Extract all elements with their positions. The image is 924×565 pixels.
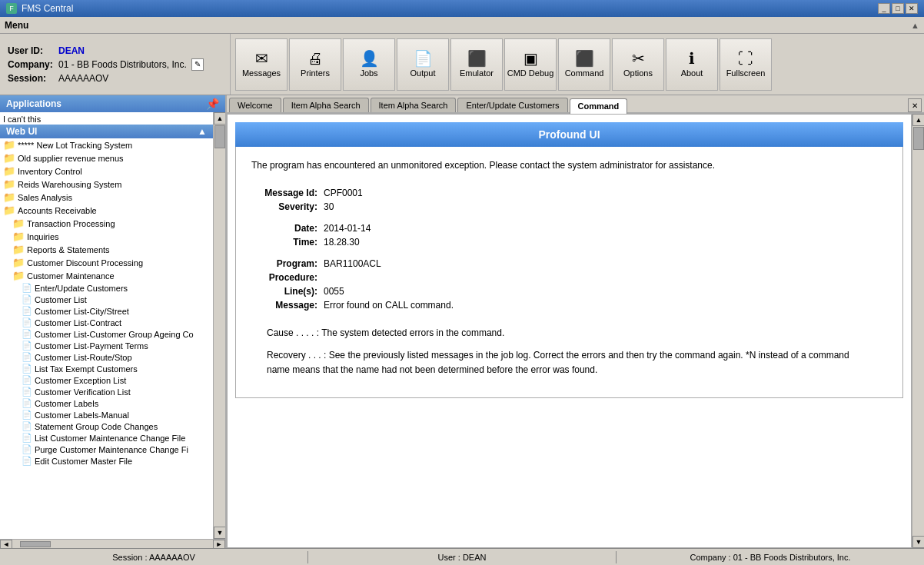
content-area: WelcomeItem Alpha SearchItem Alpha Searc… bbox=[227, 95, 924, 548]
title-bar-text: FMS Central bbox=[22, 3, 73, 14]
sidebar-item-purge-customer-maintenance[interactable]: 📄Purge Customer Maintenance Change Fi bbox=[0, 444, 213, 455]
status-session: Session : AAAAAAOV bbox=[0, 551, 308, 563]
sidebar-hscroll-left[interactable]: ◄ bbox=[0, 540, 12, 549]
options-toolbar-button[interactable]: ✂Options bbox=[612, 38, 664, 91]
sidebar-scroll-down[interactable]: ▼ bbox=[214, 527, 225, 539]
sidebar-item-new-lot[interactable]: 📁***** New Lot Tracking System bbox=[0, 138, 213, 151]
sidebar-item-customer-discount[interactable]: 📁Customer Discount Processing bbox=[0, 256, 213, 269]
sidebar-item-list-customer-maintenance[interactable]: 📄List Customer Maintenance Change File bbox=[0, 432, 213, 444]
about-icon: ℹ bbox=[689, 51, 695, 66]
menu-label[interactable]: Menu bbox=[5, 20, 28, 31]
sidebar-item-webui: Web UI▲ bbox=[0, 125, 213, 138]
sidebar-hscroll-right[interactable]: ► bbox=[213, 540, 225, 549]
output-toolbar-button[interactable]: 📄Output bbox=[397, 38, 449, 91]
sidebar-item-customer-maintenance[interactable]: 📁Customer Maintenance bbox=[0, 269, 213, 282]
command-toolbar-button[interactable]: ⬛Command bbox=[558, 38, 610, 91]
error-field-value: Error found on CALL command. bbox=[321, 298, 887, 312]
cmd-debug-toolbar-button[interactable]: ▣CMD Debug bbox=[504, 38, 557, 91]
sidebar-item-customer-list-group[interactable]: 📄Customer List-Customer Group Ageing Co bbox=[0, 328, 213, 340]
folder-icon: 📁 bbox=[3, 152, 15, 164]
sidebar-pin-button[interactable]: 📌 bbox=[206, 98, 219, 110]
sidebar-item-accounts-receivable[interactable]: 📁Accounts Receivable bbox=[0, 204, 213, 217]
error-field-row: Severity:30 bbox=[251, 200, 887, 214]
messages-icon: ✉ bbox=[255, 51, 268, 66]
sidebar-item-label: Inventory Control bbox=[18, 167, 82, 176]
sidebar-item-label: Purge Customer Maintenance Change Fi bbox=[35, 445, 188, 454]
title-bar: F FMS Central _ □ ✕ bbox=[0, 0, 924, 17]
sidebar-item-label: Customer List-Route/Stop bbox=[35, 353, 132, 362]
sidebar-item-statement-group-code[interactable]: 📄Statement Group Code Changes bbox=[0, 420, 213, 432]
folder-icon: 📁 bbox=[3, 139, 15, 151]
sidebar-item-enter-update-customers[interactable]: 📄Enter/Update Customers bbox=[0, 282, 213, 294]
emulator-toolbar-button[interactable]: ⬛Emulator bbox=[450, 38, 503, 91]
error-field-row: Date:2014-01-14 bbox=[251, 221, 887, 235]
about-toolbar-button[interactable]: ℹAbout bbox=[666, 38, 718, 91]
sidebar-item-i-cant-this[interactable]: I can't this bbox=[0, 114, 213, 125]
sidebar-item-customer-labels[interactable]: 📄Customer Labels bbox=[0, 397, 213, 409]
tabs-bar: WelcomeItem Alpha SearchItem Alpha Searc… bbox=[227, 95, 924, 114]
sidebar-item-inventory[interactable]: 📁Inventory Control bbox=[0, 165, 213, 178]
error-field-label: Program: bbox=[251, 257, 321, 271]
close-button[interactable]: ✕ bbox=[906, 3, 918, 14]
tab-item-alpha-2[interactable]: Item Alpha Search bbox=[371, 98, 457, 112]
sidebar-scroll-up[interactable]: ▲ bbox=[214, 112, 225, 125]
sidebar-item-label: Old supplier revenue menus bbox=[18, 154, 124, 163]
sidebar-item-label: Accounts Receivable bbox=[18, 206, 97, 215]
sidebar-item-reids[interactable]: 📁Reids Warehousing System bbox=[0, 178, 213, 191]
output-label: Output bbox=[410, 68, 435, 78]
sidebar-item-label: Reports & Statements bbox=[27, 245, 110, 254]
tab-close-button[interactable]: ✕ bbox=[908, 98, 922, 112]
main-area: Applications 📌 I can't thisWeb UI▲📁*****… bbox=[0, 95, 924, 548]
printers-toolbar-button[interactable]: 🖨Printers bbox=[289, 38, 341, 91]
sidebar-item-customer-list-city[interactable]: 📄Customer List-City/Street bbox=[0, 305, 213, 317]
sidebar-item-label: List Customer Maintenance Change File bbox=[35, 434, 185, 443]
sidebar-item-customer-list-route[interactable]: 📄Customer List-Route/Stop bbox=[0, 351, 213, 363]
sidebar-item-reports-statements[interactable]: 📁Reports & Statements bbox=[0, 243, 213, 256]
sidebar-scroll-thumb[interactable] bbox=[214, 125, 225, 148]
company-value: 01 - BB Foods Distributors, Inc. bbox=[58, 59, 187, 70]
sidebar-item-label: Sales Analysis bbox=[18, 193, 72, 202]
sidebar-item-transaction-processing[interactable]: 📁Transaction Processing bbox=[0, 217, 213, 230]
sidebar-item-customer-list[interactable]: 📄Customer List bbox=[0, 294, 213, 305]
about-label: About bbox=[681, 68, 703, 78]
sidebar-item-customer-list-contract[interactable]: 📄Customer List-Contract bbox=[0, 317, 213, 328]
tab-command[interactable]: Command bbox=[570, 98, 628, 114]
page-icon: 📄 bbox=[22, 341, 32, 351]
sidebar-item-customer-list-payment[interactable]: 📄Customer List-Payment Terms bbox=[0, 340, 213, 351]
content-scroll-thumb[interactable] bbox=[913, 127, 924, 150]
folder-icon: 📁 bbox=[12, 231, 25, 242]
fullscreen-toolbar-button[interactable]: ⛶Fullscreen bbox=[720, 38, 772, 91]
tab-item-alpha-1[interactable]: Item Alpha Search bbox=[283, 98, 369, 112]
sidebar-item-customer-labels-manual[interactable]: 📄Customer Labels-Manual bbox=[0, 409, 213, 420]
webui-collapse[interactable]: ▲ bbox=[198, 126, 207, 137]
folder-icon: 📁 bbox=[3, 165, 15, 177]
maximize-button[interactable]: □ bbox=[892, 3, 904, 14]
session-label: Session: bbox=[8, 73, 54, 84]
sidebar-item-old-supplier[interactable]: 📁Old supplier revenue menus bbox=[0, 151, 213, 165]
sidebar-item-sales-analysis[interactable]: 📁Sales Analysis bbox=[0, 191, 213, 204]
error-field-label: Line(s): bbox=[251, 284, 321, 298]
tab-enter-update-customers[interactable]: Enter/Update Customers bbox=[457, 98, 567, 112]
sidebar-item-edit-customer-master[interactable]: 📄Edit Customer Master File bbox=[0, 455, 213, 467]
sidebar-item-label: Customer Labels bbox=[35, 399, 98, 408]
content-scroll-down[interactable]: ▼ bbox=[912, 536, 924, 548]
page-icon: 📄 bbox=[22, 375, 32, 385]
sidebar-item-customer-exception[interactable]: 📄Customer Exception List bbox=[0, 374, 213, 386]
sidebar-item-inquiries[interactable]: 📁Inquiries bbox=[0, 230, 213, 243]
minimize-button[interactable]: _ bbox=[878, 3, 890, 14]
sidebar-item-list-tax-exempt[interactable]: 📄List Tax Exempt Customers bbox=[0, 363, 213, 374]
error-field-label: Time: bbox=[251, 235, 321, 249]
edit-company-button[interactable]: ✎ bbox=[191, 58, 204, 71]
page-icon: 📄 bbox=[22, 398, 32, 408]
app-icon: F bbox=[6, 3, 17, 14]
messages-toolbar-button[interactable]: ✉Messages bbox=[235, 38, 288, 91]
profound-ui-body: The program has encountered an unmonitor… bbox=[235, 147, 903, 398]
sidebar-item-customer-verification[interactable]: 📄Customer Verification List bbox=[0, 386, 213, 397]
output-icon: 📄 bbox=[414, 51, 433, 66]
tab-welcome[interactable]: Welcome bbox=[229, 98, 281, 112]
jobs-toolbar-button[interactable]: 👤Jobs bbox=[343, 38, 395, 91]
sidebar-hscroll-thumb[interactable] bbox=[20, 541, 51, 547]
menu-collapse[interactable]: ▲ bbox=[911, 21, 919, 30]
content-scroll-up[interactable]: ▲ bbox=[912, 114, 924, 126]
error-field-value: 30 bbox=[321, 200, 887, 214]
